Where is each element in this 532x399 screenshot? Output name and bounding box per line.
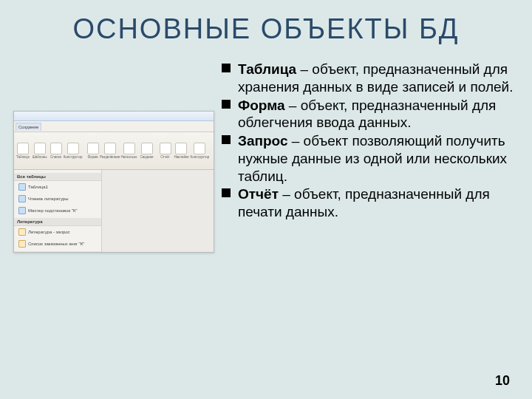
ribbon: Таблица Шаблоны Списки Конструктор Форма… xyxy=(14,132,214,170)
templates-icon xyxy=(34,143,46,154)
nav-item: Мастер подстановок "К" xyxy=(14,205,101,216)
form-icon xyxy=(87,143,99,154)
ribbon-button: Форма xyxy=(87,137,99,165)
nav-item: Чтение литературы xyxy=(14,193,101,205)
multi-icon xyxy=(123,143,135,154)
labels-icon xyxy=(175,143,187,154)
list-item: Форма – объект, предназначенный для обле… xyxy=(222,97,514,132)
term: Таблица xyxy=(238,61,296,77)
bullet-icon xyxy=(222,64,231,72)
ribbon-button: Разделённая xyxy=(102,137,118,165)
nav-item: Список заказанных книг "К" xyxy=(14,238,101,250)
window-titlebar xyxy=(14,112,214,121)
ribbon-button: Таблица xyxy=(16,137,30,165)
table-icon xyxy=(18,183,26,191)
query-icon xyxy=(18,240,26,248)
ribbon-button: Шаблоны xyxy=(33,137,47,165)
ribbon-button: Конструктор xyxy=(65,137,81,165)
term: Запрос xyxy=(238,133,287,149)
list-item: Таблица – объект, предназначенный для хр… xyxy=(222,61,514,96)
bullet-icon xyxy=(222,188,231,197)
nav-item: Литература - запрос xyxy=(14,226,101,238)
bullet-icon xyxy=(222,135,231,144)
page-title: ОСНОВНЫЕ ОБЪЕКТЫ БД xyxy=(0,13,532,45)
list-item: Запрос – объект позволяющий получить нуж… xyxy=(222,132,514,185)
nav-item: Таблица1 xyxy=(14,181,101,193)
table-icon xyxy=(17,143,29,154)
table-icon xyxy=(18,207,26,214)
term: Форма xyxy=(238,98,285,113)
ribbon-button: Конструктор xyxy=(191,137,208,165)
ribbon-button: Наклейки xyxy=(174,137,189,165)
bullet-icon xyxy=(222,100,231,109)
nav-group-header: Сотрудники xyxy=(14,251,101,253)
report-icon xyxy=(160,143,171,154)
design-icon xyxy=(67,143,79,154)
page-number: 10 xyxy=(495,373,510,389)
ribbon-button: Несколько xyxy=(121,137,137,165)
ribbon-button: Списки xyxy=(50,137,62,165)
table-icon xyxy=(18,195,26,202)
bullet-list: Таблица – объект, предназначенный для хр… xyxy=(222,61,514,222)
nav-pane: Все таблицы Таблица1 Чтение литературы М… xyxy=(14,170,102,253)
lists-icon xyxy=(50,143,62,154)
tab-create: Создание xyxy=(16,123,41,131)
term: Отчёт xyxy=(238,186,279,202)
design2-icon xyxy=(194,143,205,154)
split-form-icon xyxy=(104,143,116,154)
query-icon xyxy=(18,228,26,236)
nav-group-header: Литература xyxy=(14,218,101,226)
list-item: Отчёт – объект, предназначенный для печа… xyxy=(222,185,514,221)
ribbon-button: Отчёт xyxy=(160,137,171,165)
ribbon-tabs: Создание xyxy=(14,121,214,132)
document-area xyxy=(102,170,214,253)
app-screenshot: Создание Таблица Шаблоны Списки Конструк… xyxy=(13,111,214,253)
nav-group-header: Все таблицы xyxy=(14,173,101,181)
pivot-icon xyxy=(141,143,153,154)
ribbon-button: Сводная xyxy=(140,137,153,165)
